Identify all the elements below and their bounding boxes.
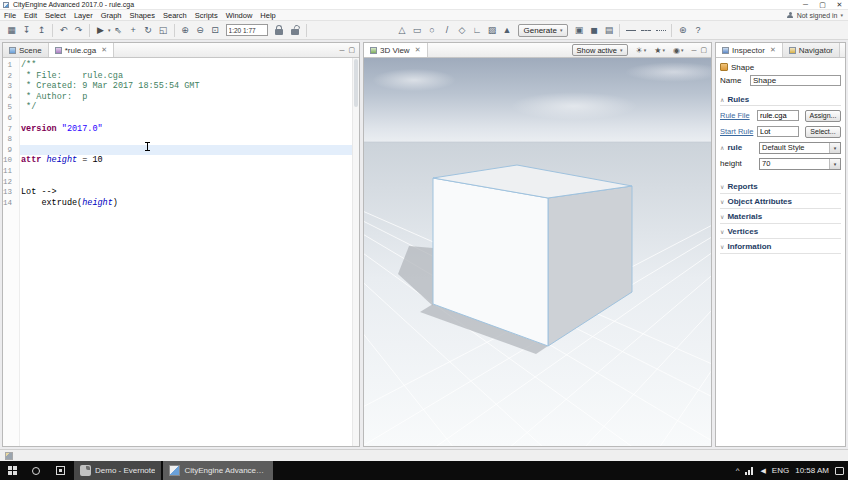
polygon-tool-icon[interactable]: △ xyxy=(396,24,409,37)
section-reports[interactable]: ∨ Reports xyxy=(720,179,841,194)
start-button[interactable] xyxy=(0,461,24,480)
zoom-in-icon[interactable]: ⊕ xyxy=(179,24,192,37)
scrollbar-thumb[interactable] xyxy=(354,59,358,107)
menu-item-search[interactable]: Search xyxy=(159,10,191,21)
line-style-dotted-icon[interactable] xyxy=(654,24,667,37)
assign-rule-icon[interactable]: ▣ xyxy=(572,24,585,37)
rule-file-link[interactable]: Rule File xyxy=(720,111,754,120)
maximize-view-icon[interactable]: ▢ xyxy=(348,46,355,54)
tray-chevron-icon[interactable]: ^ xyxy=(736,466,740,475)
save-icon[interactable]: ▦ xyxy=(5,24,18,37)
section-vertices[interactable]: ∨ Vertices xyxy=(720,224,841,239)
close-tab-icon[interactable]: ✕ xyxy=(415,46,421,54)
menu-item-select[interactable]: Select xyxy=(41,10,70,21)
start-rule-link[interactable]: Start Rule xyxy=(720,127,754,136)
shading-settings-button[interactable]: ☀ ▾ xyxy=(636,46,647,55)
redo-icon[interactable]: ↷ xyxy=(72,24,85,37)
close-tab-icon[interactable]: ✕ xyxy=(101,46,107,54)
section-chevron-icon: ∨ xyxy=(720,183,724,190)
unlock-icon[interactable] xyxy=(291,29,299,35)
rectangle-tool-icon[interactable]: ▭ xyxy=(411,24,424,37)
circle-tool-icon[interactable]: ○ xyxy=(426,24,439,37)
move-tool-icon[interactable]: + xyxy=(127,24,140,37)
app-icon xyxy=(3,2,9,8)
terrain-tool-icon[interactable]: ▲ xyxy=(501,24,514,37)
model-icon[interactable]: ◼ xyxy=(587,24,600,37)
menu-item-file[interactable]: File xyxy=(0,10,20,21)
menu-item-edit[interactable]: Edit xyxy=(20,10,41,21)
lock-icon[interactable] xyxy=(275,29,283,35)
section-materials[interactable]: ∨ Materials xyxy=(720,209,841,224)
assign-button[interactable]: Assign... xyxy=(805,110,841,122)
close-button[interactable]: ✕ xyxy=(831,0,848,10)
network-icon[interactable] xyxy=(745,467,754,475)
settings-icon[interactable]: ⊛ xyxy=(676,24,689,37)
taskbar-app-evernote[interactable]: Demo - Evernote xyxy=(74,461,161,480)
rotate-tool-icon[interactable]: ↻ xyxy=(142,24,155,37)
menu-item-window[interactable]: Window xyxy=(222,10,257,21)
taskbar-app-cityengine[interactable]: CityEngine Advanced 2017.0... xyxy=(163,461,273,480)
tab-inspector[interactable]: Inspector ✕ xyxy=(716,43,783,57)
minimize-view-icon[interactable]: ─ xyxy=(339,47,344,54)
code-editor[interactable]: 1/** 2 * File: rule.cga 3 * Created: 9 M… xyxy=(3,58,359,446)
line-style-dashed-icon[interactable] xyxy=(639,24,652,37)
measure-tool-icon[interactable]: ∟ xyxy=(471,24,484,37)
section-object-attributes[interactable]: ∨ Object Attributes xyxy=(720,194,841,209)
help-icon[interactable]: ? xyxy=(691,24,704,37)
menu-item-shapes[interactable]: Shapes xyxy=(126,10,159,21)
maximize-view-icon[interactable]: ▢ xyxy=(700,46,707,54)
graph-tool-icon[interactable]: ◇ xyxy=(456,24,469,37)
close-tab-icon[interactable]: ✕ xyxy=(770,46,776,54)
editor-scrollbar[interactable] xyxy=(352,58,359,446)
play-icon[interactable]: ▶ xyxy=(94,24,107,37)
clock[interactable]: 10:58 AM xyxy=(795,466,829,475)
language-indicator[interactable]: ENG xyxy=(772,466,789,475)
rule-file-input[interactable] xyxy=(757,110,799,121)
volume-icon[interactable]: ◀ xyxy=(760,467,765,475)
zoom-out-icon[interactable]: ⊖ xyxy=(194,24,207,37)
menu-item-graph[interactable]: Graph xyxy=(97,10,126,21)
menu-item-scripts[interactable]: Scripts xyxy=(191,10,222,21)
code-line: 4 * Author: p xyxy=(3,92,359,103)
section-rules[interactable]: ∧ Rules xyxy=(720,93,841,106)
line-style-solid-icon[interactable] xyxy=(624,24,637,37)
show-active-label: Show active xyxy=(577,46,617,55)
maximize-button[interactable]: ▢ xyxy=(814,0,831,10)
minimize-view-icon[interactable]: ─ xyxy=(691,47,696,54)
export-icon[interactable]: ↥ xyxy=(35,24,48,37)
import-icon[interactable]: ↧ xyxy=(20,24,33,37)
start-rule-input[interactable] xyxy=(757,126,799,137)
scale-tool-icon[interactable]: ◱ xyxy=(157,24,170,37)
frame-view-icon[interactable]: ⊡ xyxy=(209,24,222,37)
street-tool-icon[interactable]: / xyxy=(441,24,454,37)
tab-rule-cga[interactable]: *rule.cga ✕ xyxy=(49,43,114,57)
search-button[interactable] xyxy=(24,461,48,480)
account-icon xyxy=(787,12,794,19)
tab-navigator[interactable]: Navigator xyxy=(783,43,840,57)
notification-center-icon[interactable] xyxy=(835,467,844,475)
scale-input[interactable] xyxy=(226,24,268,36)
generate-button[interactable]: Generate ▾ xyxy=(518,24,569,37)
minimize-button[interactable]: ─ xyxy=(797,0,814,10)
play-dropdown-icon[interactable]: ▾ xyxy=(108,27,111,33)
signin-status[interactable]: Not signed in ▾ xyxy=(787,12,848,19)
name-input[interactable] xyxy=(750,75,841,86)
undo-icon[interactable]: ↶ xyxy=(57,24,70,37)
select-tool-icon[interactable]: ⇖ xyxy=(112,24,125,37)
facade-icon[interactable]: ▤ xyxy=(602,24,615,37)
menu-item-help[interactable]: Help xyxy=(256,10,279,21)
bookmarks-button[interactable]: ★ ▾ xyxy=(654,46,665,55)
task-view-button[interactable] xyxy=(48,461,72,480)
tab-3d-view[interactable]: 3D View ✕ xyxy=(364,43,428,57)
camera-views-button[interactable]: ◉ ▾ xyxy=(673,46,684,55)
tab-scene[interactable]: Scene xyxy=(3,43,49,57)
texture-tool-icon[interactable]: ▨ xyxy=(486,24,499,37)
show-active-dropdown[interactable]: Show active ▾ xyxy=(572,44,628,56)
viewport-icon xyxy=(370,47,377,54)
section-information[interactable]: ∨ Information xyxy=(720,239,841,254)
style-dropdown[interactable]: Default Style ▾ xyxy=(759,142,841,154)
select-button[interactable]: Select... xyxy=(805,126,841,138)
height-dropdown[interactable]: 70 ▾ xyxy=(759,158,841,170)
viewport-3d[interactable] xyxy=(364,58,711,446)
menu-item-layer[interactable]: Layer xyxy=(70,10,97,21)
